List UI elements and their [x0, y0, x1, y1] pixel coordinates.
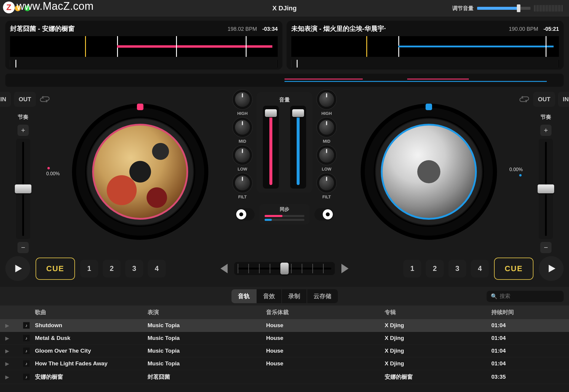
deck-b-hotcue-1[interactable]: 1 — [403, 260, 421, 277]
deck-b-cue-monitor-toggle[interactable] — [314, 208, 334, 221]
col-duration[interactable]: 持续时间 — [491, 309, 564, 316]
col-album[interactable]: 专辑 — [385, 309, 491, 316]
track-duration: 03:35 — [491, 374, 564, 380]
track-duration: 01:04 — [491, 322, 564, 329]
deck-a-tempo-dot — [47, 167, 50, 169]
window-controls — [5, 5, 30, 11]
play-icon[interactable]: ▶ — [5, 323, 23, 328]
search-icon: 🔍 — [491, 293, 497, 300]
track-album: 安娜的橱窗 — [385, 373, 491, 381]
deck-b-hotcue-3[interactable]: 3 — [448, 260, 466, 277]
master-volume-label: 调节音量 — [452, 5, 474, 12]
tab-tracks[interactable]: 音轨 — [231, 289, 256, 303]
crossfader-nudge-right[interactable] — [341, 264, 349, 273]
table-row[interactable]: ▶ ♪ How The Light Fades Away Music Topia… — [0, 357, 569, 370]
deck-a-tempo-plus-button[interactable]: + — [17, 125, 29, 136]
track-genre: House — [266, 360, 385, 367]
deck-a-jog-wheel[interactable] — [72, 104, 208, 240]
deck-a-hotcue-4[interactable]: 4 — [148, 260, 166, 277]
deck-b-volume-fader[interactable] — [290, 106, 306, 189]
minimize-icon[interactable] — [15, 5, 21, 11]
deck-a-hotcue-1[interactable]: 1 — [80, 260, 98, 277]
deck-b-mid-knob[interactable] — [319, 120, 334, 135]
deck-b-high-knob[interactable] — [319, 92, 334, 107]
deck-a-hotcue-2[interactable]: 2 — [103, 260, 121, 277]
track-album: X Djing — [385, 322, 491, 329]
track-artist: Music Topia — [148, 360, 266, 367]
deck-b-loop-icon[interactable] — [518, 95, 530, 104]
deck-b-cue-button[interactable]: CUE — [494, 258, 533, 280]
deck-a-tempo-slider[interactable] — [16, 139, 30, 239]
deck-a-play-button[interactable] — [5, 256, 30, 281]
tab-cloud[interactable]: 云存储 — [307, 289, 338, 303]
sync-meter[interactable] — [265, 215, 304, 221]
deck-a-low-knob[interactable] — [235, 148, 250, 163]
deck-b-bpm: 190.00 BPM — [509, 26, 538, 32]
play-icon[interactable]: ▶ — [5, 335, 23, 341]
play-icon[interactable]: ▶ — [5, 348, 23, 354]
track-duration: 01:04 — [491, 360, 564, 367]
play-icon[interactable]: ▶ — [5, 361, 23, 367]
col-artist[interactable]: 表演 — [148, 309, 266, 316]
deck-a-high-knob[interactable] — [235, 92, 250, 107]
deck-b-hotcue-4[interactable]: 4 — [471, 260, 489, 277]
deck-b-tempo-slider[interactable] — [539, 139, 553, 239]
deck-b-play-button[interactable] — [539, 256, 564, 281]
deck-b-tempo-minus-button[interactable]: − — [540, 242, 552, 253]
deck-a-hotcue-3[interactable]: 3 — [125, 260, 143, 277]
deck-a-waveform[interactable]: 封茗囧菌 - 安娜的橱窗 198.02 BPM-03:34 — [5, 21, 282, 70]
crossfader-nudge-left[interactable] — [220, 264, 228, 273]
col-song[interactable]: 歌曲 — [35, 309, 148, 316]
close-icon[interactable] — [5, 5, 11, 11]
deck-b-loop-out-button[interactable]: OUT — [533, 92, 555, 107]
deck-b-filter-knob[interactable] — [319, 176, 334, 190]
track-artist: 封茗囧菌 — [148, 373, 266, 381]
master-vu-meter — [534, 5, 564, 12]
deck-a-loop-out-button[interactable]: OUT — [14, 92, 36, 107]
deck-a-tempo-minus-button[interactable]: − — [17, 242, 29, 253]
track-title: Metal & Dusk — [35, 335, 148, 341]
search-box[interactable]: 🔍 — [487, 291, 564, 302]
search-input[interactable] — [500, 293, 560, 299]
library-tabs: 音轨 音效 录制 云存储 — [231, 289, 338, 303]
deck-b-hotcue-2[interactable]: 2 — [426, 260, 444, 277]
table-row[interactable]: ▶ ♪ Metal & Dusk Music Topia House X Dji… — [0, 332, 569, 345]
table-row[interactable]: ▶ ♪ Gloom Over The City Music Topia Hous… — [0, 345, 569, 357]
deck-b-low-knob[interactable] — [319, 148, 334, 163]
table-row[interactable]: ▶ ♪ 安娜的橱窗 封茗囧菌 安娜的橱窗 03:35 — [0, 370, 569, 384]
col-genre[interactable]: 音乐体裁 — [266, 309, 385, 316]
note-icon: ♪ — [23, 322, 30, 329]
maximize-icon[interactable] — [24, 5, 30, 11]
deck-a-filter-knob[interactable] — [235, 176, 250, 190]
deck-a-mid-knob[interactable] — [235, 120, 250, 135]
table-row[interactable]: ▶ ♪ Shutdown Music Topia House X Djing 0… — [0, 319, 569, 332]
note-icon: ♪ — [23, 360, 30, 367]
deck-b-loop-in-button[interactable]: IN — [558, 92, 569, 107]
track-duration: 01:04 — [491, 348, 564, 354]
track-artist: Music Topia — [148, 348, 266, 354]
track-album: X Djing — [385, 348, 491, 354]
deck-b-tempo-plus-button[interactable]: + — [540, 125, 552, 136]
master-volume-slider[interactable] — [477, 7, 530, 10]
track-album: X Djing — [385, 360, 491, 367]
timeline-overview[interactable] — [5, 74, 564, 87]
deck-a-tempo-value: 0.00% — [46, 171, 60, 176]
titlebar: X DJing 调节音量 — [0, 0, 569, 17]
note-icon: ♪ — [23, 374, 30, 380]
deck-b-tempo-dot — [519, 174, 522, 176]
track-genre: House — [266, 322, 385, 329]
crossfader[interactable] — [234, 262, 335, 275]
deck-b-jog-wheel[interactable] — [361, 104, 497, 240]
tab-effects[interactable]: 音效 — [256, 289, 282, 303]
track-genre: House — [266, 348, 385, 354]
deck-a-volume-fader[interactable] — [263, 106, 279, 189]
deck-a-loop-in-button[interactable]: IN — [0, 92, 11, 107]
deck-b-waveform[interactable]: 未知表演 - 烟火里的尘埃-华晨宇· 190.00 BPM-05:21 — [287, 21, 564, 70]
deck-a-cue-monitor-toggle[interactable] — [235, 208, 255, 221]
channel-volume-label: 音量 — [279, 96, 290, 103]
deck-a-cue-button[interactable]: CUE — [36, 258, 75, 280]
tab-record[interactable]: 录制 — [282, 289, 307, 303]
play-icon[interactable]: ▶ — [5, 374, 23, 380]
library-header: 歌曲 表演 音乐体裁 专辑 持续时间 — [0, 306, 569, 319]
track-genre: House — [266, 335, 385, 341]
